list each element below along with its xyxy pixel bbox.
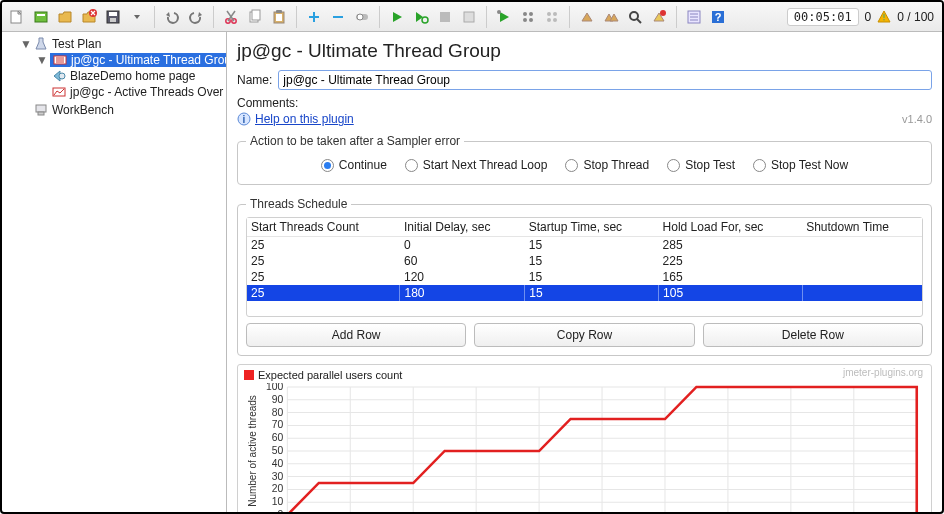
tree-active-threads[interactable]: jp@gc - Active Threads Over Time	[2, 84, 226, 100]
redo-icon[interactable]	[185, 6, 207, 28]
clear-all-icon[interactable]	[600, 6, 622, 28]
disclosure-icon[interactable]: ▼	[20, 37, 30, 51]
table-cell[interactable]	[802, 269, 922, 285]
open-icon[interactable]	[54, 6, 76, 28]
function-helper-icon[interactable]	[683, 6, 705, 28]
table-cell[interactable]: 285	[659, 237, 803, 254]
table-cell[interactable]: 105	[659, 285, 803, 301]
tree-blazedemo[interactable]: BlazeDemo home page	[2, 68, 226, 84]
clear-icon[interactable]	[576, 6, 598, 28]
svg-rect-17	[440, 12, 450, 22]
shutdown-icon[interactable]	[458, 6, 480, 28]
table-cell[interactable]: 225	[659, 253, 803, 269]
editor-panel: jp@gc - Ultimate Thread Group Name: Comm…	[227, 32, 942, 512]
remote-start-all-icon[interactable]	[517, 6, 539, 28]
main-toolbar: ? 00:05:01 0 0 / 100	[2, 2, 942, 32]
delete-row-button[interactable]: Delete Row	[703, 323, 923, 347]
table-cell[interactable]: 165	[659, 269, 803, 285]
legend-label: Expected parallel users count	[258, 369, 402, 381]
search-icon[interactable]	[624, 6, 646, 28]
svg-point-29	[660, 10, 666, 16]
col-header[interactable]: Initial Delay, sec	[400, 218, 525, 237]
table-cell[interactable]: 25	[247, 285, 400, 301]
col-header[interactable]: Shutdown Time	[802, 218, 922, 237]
toggle-icon[interactable]	[351, 6, 373, 28]
remote-start-icon[interactable]	[493, 6, 515, 28]
table-row[interactable]: 256015225	[247, 253, 922, 269]
templates-icon[interactable]	[30, 6, 52, 28]
copy-row-button[interactable]: Copy Row	[474, 323, 694, 347]
stop-icon[interactable]	[434, 6, 456, 28]
svg-point-26	[547, 18, 551, 22]
disclosure-icon[interactable]: ▼	[36, 53, 46, 67]
table-cell[interactable]: 60	[400, 253, 525, 269]
new-icon[interactable]	[6, 6, 28, 28]
start-icon[interactable]	[386, 6, 408, 28]
radio-stop-thread[interactable]: Stop Thread	[565, 158, 649, 172]
name-label: Name:	[237, 73, 272, 87]
svg-text:i: i	[243, 114, 246, 125]
svg-rect-33	[884, 14, 885, 18]
table-cell[interactable]: 120	[400, 269, 525, 285]
remote-stop-icon[interactable]	[541, 6, 563, 28]
table-row[interactable]: 2512015165	[247, 269, 922, 285]
radio-stop-test[interactable]: Stop Test	[667, 158, 735, 172]
table-cell[interactable]: 15	[525, 285, 659, 301]
svg-text:40: 40	[272, 458, 284, 469]
table-row[interactable]: 25015285	[247, 237, 922, 254]
warning-icon[interactable]	[877, 10, 891, 24]
test-tree[interactable]: ▼ Test Plan ▼ jp@gc - Ultimate Thread Gr…	[2, 32, 227, 512]
help-link[interactable]: Help on this plugin	[255, 112, 354, 126]
tree-workbench[interactable]: ▼ WorkBench	[2, 102, 226, 118]
expand-icon[interactable]	[303, 6, 325, 28]
sampler-error-action: Action to be taken after a Sampler error…	[237, 134, 932, 185]
table-cell[interactable]	[802, 285, 922, 301]
action-legend: Action to be taken after a Sampler error	[246, 134, 464, 148]
thread-group-icon	[53, 53, 67, 67]
copy-icon[interactable]	[244, 6, 266, 28]
table-cell[interactable]	[802, 253, 922, 269]
close-icon[interactable]	[78, 6, 100, 28]
name-input[interactable]	[278, 70, 932, 90]
undo-icon[interactable]	[161, 6, 183, 28]
radio-label: Continue	[339, 158, 387, 172]
reset-search-icon[interactable]	[648, 6, 670, 28]
table-cell[interactable]: 15	[525, 269, 659, 285]
plugin-version: v1.4.0	[902, 113, 932, 125]
tree-ultimate-thread-group[interactable]: ▼ jp@gc - Ultimate Thread Group	[2, 52, 226, 68]
table-cell[interactable]: 15	[525, 237, 659, 254]
paste-icon[interactable]	[268, 6, 290, 28]
radio-continue[interactable]: Continue	[321, 158, 387, 172]
table-cell[interactable]: 25	[247, 253, 400, 269]
table-cell[interactable]: 25	[247, 269, 400, 285]
radio-label: Start Next Thread Loop	[423, 158, 548, 172]
tree-test-plan[interactable]: ▼ Test Plan	[2, 36, 226, 52]
table-cell[interactable]: 15	[525, 253, 659, 269]
panel-title: jp@gc - Ultimate Thread Group	[237, 40, 932, 62]
table-row[interactable]: 2518015105	[247, 285, 922, 301]
table-cell[interactable]	[802, 237, 922, 254]
save-icon[interactable]	[102, 6, 124, 28]
table-cell[interactable]: 0	[400, 237, 525, 254]
save-as-dropdown-icon[interactable]	[126, 6, 148, 28]
svg-text:100: 100	[266, 383, 284, 392]
col-header[interactable]: Startup Time, sec	[525, 218, 659, 237]
help-icon[interactable]: ?	[707, 6, 729, 28]
cut-icon[interactable]	[220, 6, 242, 28]
col-header[interactable]: Start Threads Count	[247, 218, 400, 237]
table-cell[interactable]: 25	[247, 237, 400, 254]
add-row-button[interactable]: Add Row	[246, 323, 466, 347]
svg-text:10: 10	[272, 496, 284, 507]
start-no-timers-icon[interactable]	[410, 6, 432, 28]
table-cell[interactable]: 180	[400, 285, 525, 301]
schedule-table[interactable]: Start Threads CountInitial Delay, secSta…	[247, 218, 922, 301]
svg-point-15	[357, 14, 363, 20]
col-header[interactable]: Hold Load For, sec	[659, 218, 803, 237]
collapse-icon[interactable]	[327, 6, 349, 28]
workbench-icon	[34, 103, 48, 117]
radio-start-next-thread-loop[interactable]: Start Next Thread Loop	[405, 158, 548, 172]
svg-text:30: 30	[272, 471, 284, 482]
radio-stop-test-now[interactable]: Stop Test Now	[753, 158, 848, 172]
radio-dot-icon	[405, 159, 418, 172]
svg-text:80: 80	[272, 407, 284, 418]
